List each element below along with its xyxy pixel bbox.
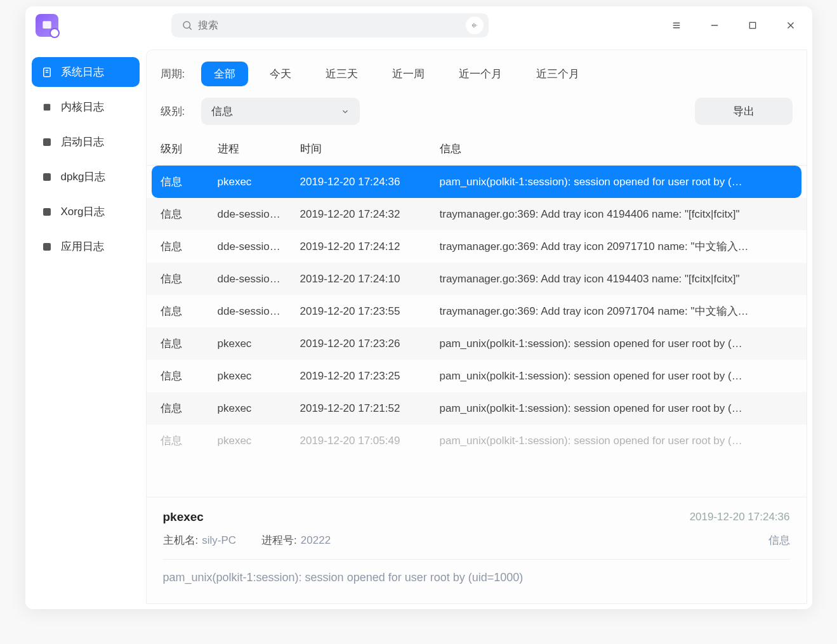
cell-message: pam_unix(polkit-1:session): session open… [440, 338, 793, 350]
voice-icon[interactable] [466, 16, 484, 34]
svg-rect-20 [43, 208, 51, 216]
period-3months[interactable]: 近三个月 [524, 62, 592, 86]
search-input[interactable] [198, 20, 461, 31]
table-row[interactable]: 信息pkexec2019-12-20 17:21:52pam_unix(polk… [147, 392, 807, 424]
table-row[interactable]: 信息dde-sessio…2019-12-20 17:24:10traymana… [147, 263, 807, 295]
titlebar [25, 6, 812, 44]
cell-time: 2019-12-20 17:05:49 [300, 435, 440, 447]
cell-message: traymanager.go:369: Add tray icon 419440… [440, 208, 793, 221]
sidebar-item-label: 启动日志 [61, 135, 104, 149]
detail-level: 信息 [768, 533, 790, 548]
sidebar-item-app-log[interactable]: 应用日志 [32, 232, 140, 261]
d-icon [41, 171, 53, 183]
chevron-down-icon [341, 107, 350, 116]
sidebar-item-dpkg-log[interactable]: dpkg日志 [32, 162, 140, 192]
cell-time: 2019-12-20 17:23:26 [300, 338, 440, 350]
close-button[interactable] [779, 14, 802, 37]
level-select-value: 信息 [211, 104, 233, 119]
sidebar-item-xorg-log[interactable]: Xorg日志 [32, 197, 140, 227]
table-rows[interactable]: 信息pkexec2019-12-20 17:24:36pam_unix(polk… [147, 166, 807, 497]
x-icon [41, 206, 53, 218]
level-label: 级别: [161, 104, 192, 119]
cell-level: 信息 [161, 433, 218, 448]
header-level: 级别 [161, 141, 218, 156]
cell-process: pkexec [218, 338, 300, 350]
detail-divider [163, 559, 790, 560]
cell-time: 2019-12-20 17:24:32 [300, 208, 440, 221]
period-today[interactable]: 今天 [257, 62, 304, 86]
table-row[interactable]: 信息pkexec2019-12-20 17:24:36pam_unix(polk… [152, 166, 801, 198]
period-1week[interactable]: 近一周 [379, 62, 437, 86]
sidebar-item-system-log[interactable]: 系统日志 [32, 57, 140, 87]
body: 系统日志 内核日志 启动日志 dpkg日志 Xorg日志 应用日志 [25, 44, 812, 609]
search-box[interactable] [171, 13, 489, 37]
cell-time: 2019-12-20 17:23:25 [300, 370, 440, 383]
cell-level: 信息 [161, 304, 218, 319]
detail-time: 2019-12-20 17:24:36 [690, 511, 790, 523]
cell-process: pkexec [218, 402, 300, 415]
maximize-button[interactable] [741, 14, 764, 37]
sidebar-item-label: 系统日志 [61, 65, 104, 79]
sidebar-item-label: 内核日志 [61, 100, 104, 114]
header-time: 时间 [300, 141, 440, 156]
cell-level: 信息 [161, 207, 218, 221]
detail-pid-label: 进程号: [261, 534, 297, 546]
filters: 周期: 全部 今天 近三天 近一周 近一个月 近三个月 级别: 信息 导出 [147, 50, 807, 125]
app-icon [36, 14, 58, 37]
export-button-label: 导出 [733, 105, 755, 117]
sidebar-item-kernel-log[interactable]: 内核日志 [32, 92, 140, 122]
doc-icon [41, 66, 53, 79]
cell-time: 2019-12-20 17:24:36 [300, 176, 440, 188]
search-icon [181, 20, 193, 31]
cell-message: traymanager.go:369: Add tray icon 209717… [440, 239, 793, 254]
app-icon [41, 240, 53, 253]
period-all[interactable]: 全部 [201, 62, 248, 86]
cell-time: 2019-12-20 17:23:55 [300, 305, 440, 318]
export-button[interactable]: 导出 [695, 98, 793, 125]
menu-button[interactable] [665, 14, 688, 37]
cell-level: 信息 [161, 239, 218, 254]
cell-process: pkexec [218, 370, 300, 383]
sidebar-item-label: Xorg日志 [61, 204, 105, 219]
svg-rect-0 [43, 21, 51, 29]
sidebar-item-label: dpkg日志 [61, 169, 106, 184]
level-select[interactable]: 信息 [201, 98, 360, 125]
svg-rect-19 [43, 173, 51, 181]
detail-panel: pkexec 2019-12-20 17:24:36 主机名:sily-PC 进… [147, 497, 807, 603]
detail-host: sily-PC [202, 534, 236, 546]
period-filter-row: 周期: 全部 今天 近三天 近一周 近一个月 近三个月 [161, 62, 793, 86]
detail-message: pam_unix(polkit-1:session): session open… [163, 571, 790, 584]
table-header: 级别 进程 时间 信息 [147, 131, 807, 166]
cell-message: pam_unix(polkit-1:session): session open… [440, 370, 793, 383]
main-panel: 周期: 全部 今天 近三天 近一周 近一个月 近三个月 级别: 信息 导出 [146, 49, 807, 604]
period-3days[interactable]: 近三天 [313, 62, 371, 86]
window-controls [665, 14, 802, 37]
svg-point-1 [183, 22, 190, 29]
cell-process: dde-sessio… [218, 208, 300, 221]
cell-time: 2019-12-20 17:24:12 [300, 240, 440, 253]
table-row[interactable]: 信息pkexec2019-12-20 17:23:25pam_unix(polk… [147, 360, 807, 392]
cell-process: pkexec [218, 176, 300, 188]
sidebar-item-boot-log[interactable]: 启动日志 [32, 127, 140, 157]
table-row[interactable]: 信息dde-sessio…2019-12-20 17:23:55traymana… [147, 295, 807, 327]
cell-level: 信息 [161, 174, 218, 189]
minimize-button[interactable] [703, 14, 726, 37]
svg-rect-18 [43, 138, 51, 146]
cell-message: traymanager.go:369: Add tray icon 209717… [440, 304, 793, 319]
table-row[interactable]: 信息pkexec2019-12-20 17:05:49pam_unix(polk… [147, 424, 807, 457]
detail-pid: 20222 [301, 534, 331, 546]
period-label: 周期: [161, 67, 192, 81]
table-row[interactable]: 信息dde-sessio…2019-12-20 17:24:32traymana… [147, 198, 807, 230]
sidebar-item-label: 应用日志 [61, 239, 104, 254]
table-row[interactable]: 信息pkexec2019-12-20 17:23:26pam_unix(polk… [147, 327, 807, 360]
cell-level: 信息 [161, 336, 218, 351]
cell-level: 信息 [161, 272, 218, 286]
cell-message: pam_unix(polkit-1:session): session open… [440, 435, 793, 447]
sidebar: 系统日志 内核日志 启动日志 dpkg日志 Xorg日志 应用日志 [25, 44, 146, 609]
table-row[interactable]: 信息dde-sessio…2019-12-20 17:24:12traymana… [147, 230, 807, 263]
app-window: 系统日志 内核日志 启动日志 dpkg日志 Xorg日志 应用日志 [25, 6, 812, 609]
cell-message: pam_unix(polkit-1:session): session open… [440, 402, 793, 415]
period-1month[interactable]: 近一个月 [446, 62, 515, 86]
cell-process: dde-sessio… [218, 273, 300, 286]
cell-process: dde-sessio… [218, 305, 300, 318]
